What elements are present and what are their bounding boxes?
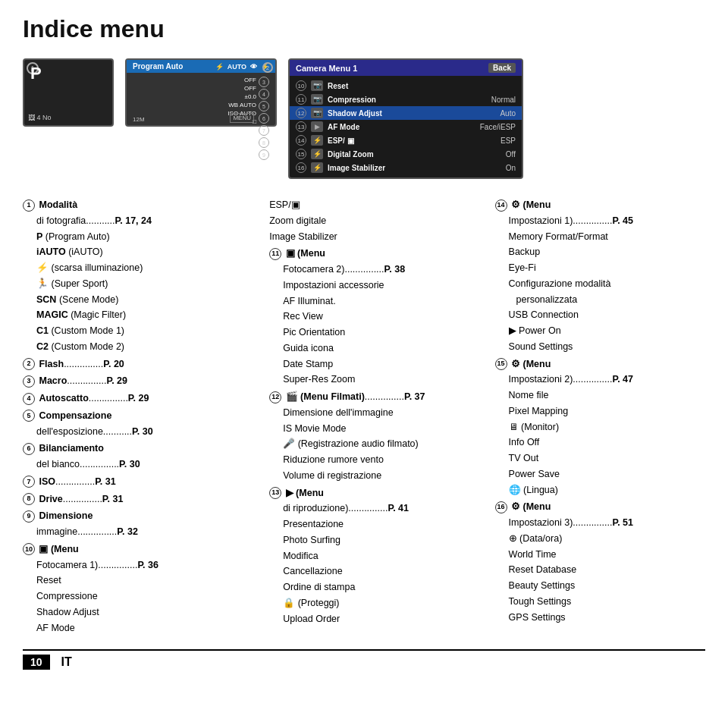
row-name-zoom: Digital Zoom — [328, 150, 501, 159]
section-dimensione: 9 Dimensione immagine...............P. 3… — [23, 509, 254, 539]
impost3-data: ⊕ (Data/ora) — [495, 532, 705, 546]
row-name-reset: Reset — [328, 82, 511, 90]
section-menu-riprod: 13 ▶ (Menu di riproduzione).............… — [269, 486, 479, 626]
riprod-proteggi: 🔒 (Proteggi) — [269, 596, 479, 611]
row-value-compression: Normal — [491, 96, 516, 104]
circle-13: 13 — [269, 487, 281, 499]
play-icon-13: ▶ — [311, 121, 323, 132]
modalita-title: Modalità — [39, 199, 77, 210]
camera-viewfinder-left: 1 P 🖼 4 No — [23, 58, 114, 127]
circle-5: 5 — [23, 410, 35, 422]
modalita-c1: C1 (Custom Mode 1) — [23, 324, 254, 338]
section-compensazione: 5 Compensazione dell'esposizione........… — [23, 409, 254, 439]
row-value-zoom: Off — [506, 150, 516, 159]
impost3-beauty: Beauty Settings — [495, 579, 705, 593]
fotocam2-zoom: Super-Res Zoom — [269, 372, 479, 387]
fotocam1-line: Fotocamera 1)...............P. 36 — [23, 558, 254, 573]
section-iso: 7 ISO...............P. 31 — [23, 475, 254, 489]
riprod-modifica: Modifica — [269, 549, 479, 564]
section-macro: 3 Macro...............P. 29 — [23, 374, 254, 388]
image-stabilizer: Image Stabilizer — [269, 230, 479, 244]
row-name-shadow: Shadow Adjust — [328, 109, 495, 118]
row-name-stabilizer: Image Stabilizer — [328, 164, 501, 172]
filmati-rumore: Riduzione rumore vento — [269, 453, 479, 467]
esp-line: ESP/▣ — [269, 198, 479, 212]
col-right: 14 ⚙ (Menu Impostazioni 1)..............… — [495, 198, 705, 638]
circle-2: 2 — [23, 358, 35, 370]
section-drive: 8 Drive...............P. 31 — [23, 492, 254, 507]
zoom-icon-15: ⚡ — [311, 149, 323, 159]
menu-panel-header: Camera Menu 1 Back — [290, 60, 522, 76]
riprod-ordine: Ordine di stampa — [269, 580, 479, 595]
circle-7: 7 — [23, 476, 35, 488]
zoom-digitale: Zoom digitale — [269, 214, 479, 228]
row-value-stabilizer: On — [506, 164, 516, 172]
p-mode-label: P — [30, 64, 42, 83]
impost2-info: Info Off — [495, 435, 705, 450]
circle-12: 12 — [269, 391, 281, 403]
nums-col: 3 4 5 6 7 8 9 — [259, 77, 269, 160]
menu-row-esp: 14 ⚡ ESP/ ▣ ESP — [290, 133, 522, 147]
row-num-15: 15 — [296, 149, 306, 159]
impost2-tv: TV Out — [495, 451, 705, 466]
section-esp-cont: ESP/▣ Zoom digitale Image Stabilizer — [269, 198, 479, 243]
impost1-usb: USB Connection — [495, 308, 705, 322]
impost3-tough: Tough Settings — [495, 595, 705, 609]
impost2-power: Power Save — [495, 467, 705, 482]
circle-6: 6 — [23, 443, 35, 455]
row-name-compression: Compression — [328, 96, 487, 104]
section-modalita: 1 Modalità di fotografia...........P. 17… — [23, 198, 254, 354]
camera-bottom-bar: 🖼 4 No — [28, 114, 52, 121]
top-section: 1 P 🖼 4 No Program Auto ⚡AUTO👁⚡ 2 OFF OF… — [23, 58, 705, 179]
modalita-low-light: ⚡ (scarsa illuminazione) — [23, 261, 254, 275]
menu-row-zoom: 15 ⚡ Digital Zoom Off — [290, 147, 522, 161]
program-auto-label: Program Auto — [133, 62, 183, 71]
circle-9: 9 — [23, 510, 35, 523]
circle-num-2: 2 — [262, 62, 273, 73]
row-name-esp: ESP/ ▣ — [328, 137, 496, 145]
page-number: 10 — [23, 655, 50, 670]
row-num-10: 10 — [296, 80, 306, 91]
modalita-c2: C2 (Custom Mode 2) — [23, 340, 254, 354]
modalita-sport: 🏃 (Super Sport) — [23, 277, 254, 291]
impost3-world: World Time — [495, 548, 705, 562]
impost3-line: Impostazioni 3)...............P. 51 — [495, 516, 705, 530]
circle-11: 11 — [269, 248, 281, 260]
menu-row-reset: 10 📷 Reset — [290, 79, 522, 93]
fotocam1-shadow: Shadow Adjust — [23, 605, 254, 620]
row-value-shadow: Auto — [500, 109, 516, 118]
impost2-lingua: 🌐 (Lingua) — [495, 483, 705, 498]
impost2-nome: Nome file — [495, 388, 705, 403]
dimensione-line: immagine...............P. 32 — [23, 525, 254, 539]
row-num-16: 16 — [296, 162, 306, 173]
program-auto-bar: Program Auto ⚡AUTO👁⚡ — [127, 60, 275, 73]
filmati-volume: Volume di registrazione — [269, 469, 479, 483]
stab-icon-16: ⚡ — [311, 162, 323, 173]
riprod-upload: Upload Order — [269, 612, 479, 626]
row-num-13: 13 — [296, 121, 306, 132]
impost1-memory: Memory Format/Format — [495, 230, 705, 244]
circle-8: 8 — [23, 493, 35, 505]
section-menu-impost1: 14 ⚙ (Menu Impostazioni 1)..............… — [495, 198, 705, 354]
impost1-config2: personalizzata — [495, 293, 705, 307]
back-button[interactable]: Back — [488, 63, 516, 73]
page-title: Indice menu — [23, 15, 705, 43]
section-menu-filmati: 12 🎬 (Menu Filmati)...............P. 37 … — [269, 390, 479, 483]
circle-3: 3 — [23, 375, 35, 388]
filmati-dim: Dimensione dell'immagine — [269, 406, 479, 420]
section-menu-cam2: 11 ▣ (Menu Fotocamera 2)...............P… — [269, 246, 479, 387]
col-left: 1 Modalità di fotografia...........P. 17… — [23, 198, 254, 638]
section-autoscatto: 4 Autoscatto...............P. 29 — [23, 391, 254, 406]
menu-panel-title: Camera Menu 1 — [296, 64, 357, 73]
language-label: IT — [61, 655, 72, 669]
riprod-cancella: Cancellazione — [269, 564, 479, 579]
menu-label: MENU — [230, 113, 254, 123]
impost2-monitor: 🖥 (Monitor) — [495, 420, 705, 435]
riprod-line: di riproduzione)...............P. 41 — [269, 501, 479, 516]
bottom-bar: 10 IT — [23, 649, 705, 670]
impost1-eyefi: Eye-Fi — [495, 261, 705, 275]
impost1-sound: Sound Settings — [495, 340, 705, 354]
impost1-power: ▶ Power On — [495, 324, 705, 338]
filmati-audio: 🎤 (Registrazione audio filmato) — [269, 437, 479, 451]
circle-16: 16 — [495, 501, 507, 513]
